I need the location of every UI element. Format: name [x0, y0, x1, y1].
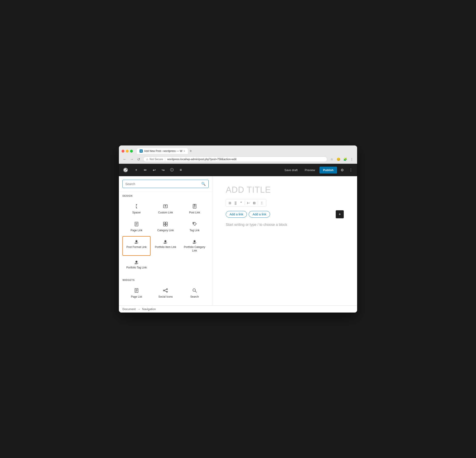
breadcrumb-document[interactable]: Document: [122, 307, 136, 311]
design-blocks-grid: Spacer Custom Link: [119, 199, 212, 276]
back-button[interactable]: ←: [122, 157, 128, 162]
editor-placeholder-text[interactable]: Start writing or type / to choose a bloc…: [226, 223, 344, 227]
search-icon: 🔍: [201, 182, 206, 186]
tag-link-icon: [192, 222, 197, 227]
align-left-button[interactable]: ⊢: [246, 200, 251, 206]
close-window-button[interactable]: [122, 150, 124, 153]
block-item-spacer[interactable]: Spacer: [122, 201, 151, 218]
block-item-post-format-link[interactable]: ✱ Post Format Link: [122, 236, 151, 256]
block-item-post-link[interactable]: Post Link: [180, 201, 209, 218]
post-format-link-icon: ✱: [134, 239, 139, 244]
breadcrumb-navigation[interactable]: Navigation: [142, 307, 156, 311]
block-item-tag-link[interactable]: Tag Link: [180, 218, 209, 235]
address-bar[interactable]: ⚠ Not Secure | wordpress.local/wp-admin/…: [143, 157, 327, 162]
svg-text:✱: ✱: [164, 240, 167, 243]
browser-window: W Add New Post ‹ wordpress — W × + ← → ↺…: [119, 146, 357, 312]
add-link-button-2[interactable]: Add a link: [249, 211, 270, 218]
info-button[interactable]: ⓘ: [168, 166, 176, 174]
redo-button[interactable]: ↪: [159, 166, 167, 174]
block-item-portfolio-item-link[interactable]: ✱ Portfolio Item Link: [151, 236, 179, 256]
wp-footer: Document → Navigation: [119, 305, 357, 312]
drag-handle[interactable]: ⣿: [233, 200, 238, 206]
publish-button[interactable]: Publish: [320, 167, 337, 173]
search-widget-label: Search: [190, 295, 199, 299]
wp-editor[interactable]: ADD TITLE ⊙ ⣿ ⌃ ⊢ ⊟ ⋮ Add a link Add a l…: [212, 176, 357, 305]
post-link-label: Post Link: [189, 211, 200, 215]
more-options-icon[interactable]: ⋮: [347, 167, 354, 173]
social-icons-icon: [163, 288, 168, 294]
new-tab-button[interactable]: +: [189, 149, 193, 154]
editor-title-placeholder[interactable]: ADD TITLE: [226, 185, 344, 195]
minimize-window-button[interactable]: [126, 150, 129, 153]
block-item-portfolio-tag-link[interactable]: ✱ Portfolio Tag Link: [122, 257, 151, 273]
preview-button[interactable]: Preview: [302, 167, 318, 173]
block-toolbar: ⊙ ⣿ ⌃ ⊢ ⊟ ⋮: [226, 199, 266, 207]
browser-menu-icon[interactable]: ⋮: [349, 157, 354, 162]
refresh-button[interactable]: ↺: [136, 157, 141, 162]
block-inserter-sidebar: 🔍 DESIGN: [119, 176, 212, 305]
block-item-custom-link[interactable]: Custom Link: [151, 201, 179, 218]
custom-link-label: Custom Link: [158, 211, 173, 215]
svg-line-45: [195, 291, 196, 293]
svg-point-39: [167, 289, 168, 290]
search-box[interactable]: 🔍: [122, 180, 209, 188]
widgets-section-label: WIDGETS: [119, 276, 212, 283]
save-draft-button[interactable]: Save draft: [282, 167, 300, 173]
post-link-icon: [192, 204, 197, 210]
nav-buttons: ← → ↺: [122, 157, 141, 162]
breadcrumb-separator: →: [137, 307, 140, 311]
browser-titlebar: W Add New Post ‹ wordpress — W × +: [122, 148, 354, 154]
tab-close-button[interactable]: ×: [184, 150, 185, 152]
block-item-portfolio-category-link[interactable]: ✱ Portfolio Category Link: [180, 236, 209, 256]
tag-link-label: Tag Link: [189, 229, 199, 232]
block-type-icon[interactable]: ⊙: [227, 200, 233, 206]
search-widget-icon: [192, 288, 197, 294]
wp-main: 🔍 DESIGN: [119, 176, 357, 305]
block-item-page-link[interactable]: Page Link: [122, 218, 151, 235]
block-item-page-list[interactable]: Page List: [122, 285, 151, 302]
portfolio-item-link-label: Portfolio Item Link: [155, 245, 176, 249]
tab-title: Add New Post ‹ wordpress — W: [144, 149, 182, 153]
toolbar-right: Save draft Preview Publish ⚙ ⋮: [282, 167, 354, 173]
portfolio-tag-link-icon: ✱: [134, 260, 139, 265]
custom-link-icon: [163, 204, 168, 210]
security-label: Not Secure: [150, 158, 163, 161]
design-section-label: DESIGN: [119, 192, 212, 199]
more-block-options[interactable]: ⋮: [259, 200, 265, 206]
traffic-lights: [122, 150, 133, 153]
portfolio-category-link-icon: ✱: [192, 239, 197, 244]
search-input[interactable]: [125, 182, 199, 186]
svg-rect-20: [163, 224, 165, 226]
list-view-button[interactable]: ≡: [177, 166, 185, 174]
portfolio-category-link-label: Portfolio Category Link: [183, 245, 206, 252]
social-icons-label: Social Icons: [158, 295, 173, 299]
forward-button[interactable]: →: [129, 157, 135, 162]
add-link-button-1[interactable]: Add a link: [226, 211, 247, 218]
widgets-section: WIDGETS: [119, 276, 212, 305]
wp-favicon-icon: W: [140, 149, 143, 153]
active-tab[interactable]: W Add New Post ‹ wordpress — W ×: [137, 148, 188, 154]
widgets-blocks-grid: Page List: [119, 283, 212, 305]
design-section: DESIGN: [119, 192, 212, 276]
add-block-toolbar-button[interactable]: +: [132, 166, 140, 174]
settings-icon[interactable]: ⚙: [339, 167, 346, 173]
svg-rect-19: [166, 222, 167, 224]
page-link-icon: [134, 222, 139, 227]
align-center-button[interactable]: ⊟: [252, 200, 257, 206]
move-up-down[interactable]: ⌃: [238, 200, 244, 206]
edit-mode-button[interactable]: ✏: [141, 166, 149, 174]
bookmark-icon[interactable]: ☆: [329, 157, 334, 162]
wp-logo[interactable]: [122, 166, 130, 174]
browser-chrome: W Add New Post ‹ wordpress — W × + ← → ↺…: [119, 146, 357, 164]
extensions-icon[interactable]: 🧩: [342, 157, 348, 162]
profile-icon[interactable]: 😊: [336, 157, 341, 162]
svg-rect-21: [166, 224, 167, 226]
block-item-search-widget[interactable]: Search: [180, 285, 209, 302]
undo-button[interactable]: ↩: [150, 166, 158, 174]
maximize-window-button[interactable]: [130, 150, 133, 153]
browser-addressbar: ← → ↺ ⚠ Not Secure | wordpress.local/wp-…: [122, 156, 354, 164]
add-block-button[interactable]: +: [336, 210, 344, 218]
svg-point-22: [193, 223, 194, 224]
block-item-social-icons[interactable]: Social Icons: [151, 285, 179, 302]
block-item-category-link[interactable]: Category Link: [151, 218, 179, 235]
